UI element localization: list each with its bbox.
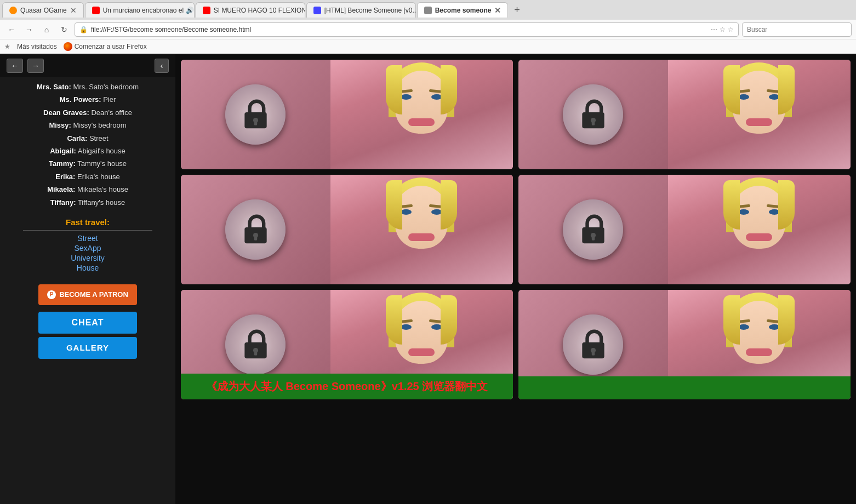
char-name-7: Erika: bbox=[55, 173, 75, 181]
tab-bs-icon bbox=[424, 7, 432, 14]
browser-chrome: Quasar OGame ✕ Un murciano encabronao el… bbox=[0, 0, 856, 54]
char-place-0: Mrs. Sato's bedroom bbox=[73, 83, 139, 91]
sidebar-collapse-icon: ‹ bbox=[161, 61, 163, 70]
location-item-6[interactable]: Tammy: Tammy's house bbox=[7, 157, 169, 170]
char-place-6: Tammy's house bbox=[77, 159, 127, 168]
char-name-5: Abigail: bbox=[50, 147, 76, 155]
tab-yt1-audio-icon: 🔊 bbox=[186, 7, 194, 14]
svg-rect-11 bbox=[592, 236, 595, 240]
card-6-lock-circle bbox=[563, 314, 623, 375]
card-3-lock-area bbox=[181, 175, 330, 284]
location-item-4[interactable]: Carla: Street bbox=[7, 132, 169, 145]
location-item-3[interactable]: Missy: Missy's bedroom bbox=[7, 119, 169, 131]
card-1-face bbox=[330, 60, 513, 169]
location-item-9[interactable]: Tiffany: Tiffany's house bbox=[7, 196, 169, 209]
content-area: 《成为大人某人 Become Someone》v1.25 浏览器翻中文 bbox=[175, 54, 856, 504]
svg-rect-17 bbox=[592, 351, 595, 355]
char-place-8: Mikaela's house bbox=[77, 185, 128, 193]
tab-quasar[interactable]: Quasar OGame ✕ bbox=[2, 2, 84, 18]
lock-icon-5 bbox=[241, 327, 271, 363]
card-5[interactable]: 《成为大人某人 Become Someone》v1.25 浏览器翻中文 bbox=[181, 290, 513, 399]
tab-bs[interactable]: Become someone ✕ bbox=[417, 2, 509, 18]
lock-icon-6 bbox=[578, 327, 608, 363]
sidebar-back-button[interactable]: ← bbox=[7, 59, 23, 73]
sidebar-back-icon: ← bbox=[11, 61, 19, 70]
address-bar[interactable]: 🔒 file:///F:/STG/become someone/Become s… bbox=[75, 22, 739, 37]
sidebar-nav: ← → ‹ bbox=[0, 54, 175, 77]
card-1[interactable] bbox=[181, 60, 513, 169]
reader-icon: ⋯ bbox=[711, 26, 717, 33]
sidebar-collapse-button[interactable]: ‹ bbox=[155, 59, 169, 73]
card-4-face-area bbox=[668, 175, 851, 284]
card-1-face-area bbox=[330, 60, 513, 169]
bookmark-comenzar-firefox[interactable]: Comenzar a usar Firefox bbox=[64, 42, 147, 51]
svg-rect-8 bbox=[254, 236, 258, 240]
patron-btn-label: BECOME A PATRON bbox=[59, 290, 128, 299]
char-place-9: Tiffany's house bbox=[78, 198, 125, 207]
location-item-2[interactable]: Dean Graves: Dean's office bbox=[7, 106, 169, 119]
card-2[interactable] bbox=[518, 60, 851, 169]
card-3-face-area bbox=[330, 175, 513, 284]
new-tab-button[interactable]: + bbox=[509, 2, 524, 18]
bookmark-mas-visitados[interactable]: Más visitados bbox=[17, 43, 57, 50]
card-2-lock-circle bbox=[563, 84, 623, 145]
lock-icon-3 bbox=[241, 212, 271, 248]
tab-bs-close[interactable]: ✕ bbox=[494, 6, 501, 15]
sidebar-forward-icon: → bbox=[32, 61, 39, 70]
tab-yt1[interactable]: Un murciano encabronao el 🔊 ✕ bbox=[85, 2, 195, 18]
card-3-lock-circle bbox=[225, 199, 286, 260]
card-4[interactable] bbox=[518, 175, 851, 284]
firefox-icon bbox=[64, 42, 72, 51]
home-button[interactable]: ⌂ bbox=[39, 22, 54, 37]
fast-travel-university[interactable]: University bbox=[71, 254, 104, 262]
refresh-button[interactable]: ↻ bbox=[57, 22, 71, 37]
fast-travel-street[interactable]: Street bbox=[77, 234, 98, 243]
tab-yt2[interactable]: SI MUERO HAGO 10 FLEXIONE... ✕ bbox=[196, 2, 305, 18]
tab-html[interactable]: [HTML] Become Someone [v0... ✕ bbox=[306, 2, 416, 18]
bookmark-mas-visitados-label: Más visitados bbox=[17, 43, 57, 50]
location-item-7[interactable]: Erika: Erika's house bbox=[7, 170, 169, 183]
bookmarks-star-icon: ★ bbox=[4, 43, 10, 50]
gallery-button[interactable]: GALLERY bbox=[38, 337, 137, 359]
location-item-8[interactable]: Mikaela: Mikaela's house bbox=[7, 183, 169, 196]
card-4-face bbox=[668, 175, 851, 284]
card-1-lock-area bbox=[181, 60, 330, 169]
lock-icon-1 bbox=[241, 97, 271, 133]
char-place-5: Abigail's house bbox=[78, 147, 125, 155]
svg-rect-14 bbox=[254, 351, 258, 355]
card-3-face bbox=[330, 175, 513, 284]
card-6[interactable] bbox=[518, 290, 851, 399]
char-place-1: Pier bbox=[103, 95, 116, 104]
lock-icon-2 bbox=[578, 97, 608, 133]
forward-button[interactable]: → bbox=[22, 22, 36, 37]
tab-yt1-label: Un murciano encabronao el bbox=[103, 7, 184, 14]
patron-icon: P bbox=[47, 290, 56, 299]
tab-bs-label: Become someone bbox=[435, 7, 492, 14]
patron-button[interactable]: P BECOME A PATRON bbox=[38, 284, 137, 305]
fast-travel-sexapp[interactable]: SexApp bbox=[74, 244, 101, 253]
card-4-lock-circle bbox=[563, 199, 623, 260]
back-button[interactable]: ← bbox=[4, 22, 19, 37]
card-4-lock-area bbox=[518, 175, 668, 284]
address-bar-icons: ⋯ ☆ ☆ bbox=[711, 26, 734, 33]
cheat-button[interactable]: CHEAT bbox=[38, 312, 137, 334]
char-name-9: Tiffany: bbox=[50, 198, 76, 207]
char-name-8: Mikaela: bbox=[47, 185, 75, 193]
location-item-0[interactable]: Mrs. Sato: Mrs. Sato's bedroom bbox=[7, 81, 169, 93]
card-3[interactable] bbox=[181, 175, 513, 284]
bookmarks-bar: ★ Más visitados Comenzar a usar Firefox bbox=[0, 39, 856, 54]
tab-html-label: [HTML] Become Someone [v0... bbox=[324, 7, 416, 14]
fast-travel-house[interactable]: House bbox=[77, 264, 99, 272]
sidebar: ← → ‹ Mrs. Sato: Mrs. Sato's bedroom Ms.… bbox=[0, 54, 175, 504]
search-input[interactable] bbox=[742, 22, 852, 37]
cheat-btn-label: CHEAT bbox=[72, 318, 104, 328]
tab-yt1-icon bbox=[92, 7, 100, 14]
location-item-5[interactable]: Abigail: Abigail's house bbox=[7, 145, 169, 157]
chinese-banner-right bbox=[518, 376, 851, 399]
fast-travel-links: Street SexApp University House bbox=[7, 234, 169, 272]
bookmark-comenzar-firefox-label: Comenzar a usar Firefox bbox=[75, 43, 147, 50]
location-item-1[interactable]: Ms. Powers: Pier bbox=[7, 93, 169, 106]
tab-quasar-close[interactable]: ✕ bbox=[70, 6, 77, 15]
sidebar-forward-button[interactable]: → bbox=[27, 59, 44, 73]
char-name-1: Ms. Powers: bbox=[60, 95, 101, 104]
